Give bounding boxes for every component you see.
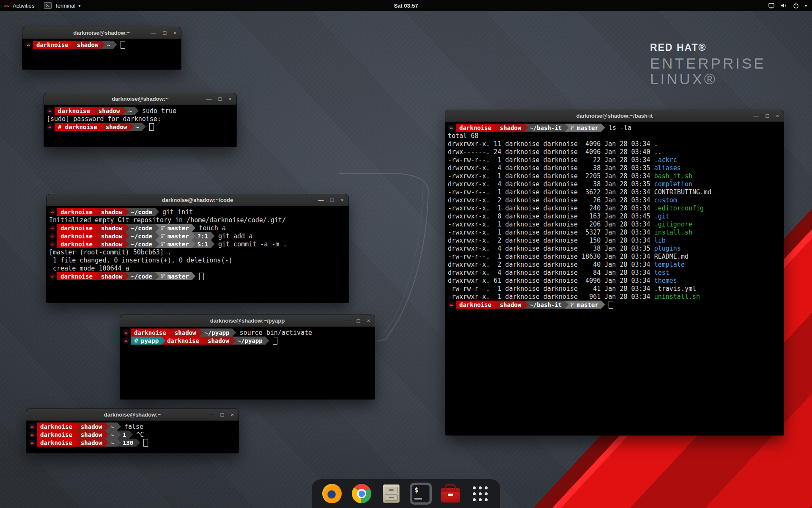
prompt-segment: darknoise [57, 240, 99, 248]
maximize-button[interactable]: □ [331, 197, 334, 203]
maximize-button[interactable]: □ [219, 96, 222, 102]
dock: $ [312, 479, 500, 508]
dock-item-terminal[interactable]: $ [410, 483, 432, 505]
terminal-line: drwxrwxr-x. 4 darknoise darknoise 84 Jan… [448, 268, 781, 276]
output-text: create mode 100644 a [49, 265, 129, 272]
terminal-line: drwxrwxr-x. 8 darknoise darknoise 163 Ja… [448, 212, 781, 220]
output-text: -rwxrwxr-x. 1 darknoise darknoise 5327 J… [448, 229, 654, 236]
terminal-window-home-1[interactable]: darknoise@shadow:~ — □ × darknoiseshadow… [22, 27, 181, 69]
terminal-line: darknoiseshadow~/bash-itmaster [448, 301, 781, 309]
terminal-window-home-2[interactable]: darknoise@shadow:~ — □ × darknoiseshadow… [26, 409, 239, 453]
terminal-content[interactable]: darknoiseshadow~/bash-itmasterls -latota… [445, 122, 784, 310]
terminal-window-code[interactable]: darknoise@shadow:~/code — □ × darknoises… [47, 194, 348, 303]
redhat-branding: RED HAT® ENTERPRISE LINUX® [650, 42, 766, 87]
close-button[interactable]: × [173, 30, 176, 36]
output-text: .git [654, 213, 669, 220]
system-status-area[interactable]: ▾ [768, 0, 812, 11]
output-text: drwxrwxr-x. 4 darknoise darknoise 84 Jan… [448, 269, 654, 276]
output-text: .ackrc [654, 156, 677, 164]
minimize-button[interactable]: — [754, 113, 759, 119]
output-text: drwxrwxr-x. 2 darknoise darknoise 26 Jan… [448, 196, 654, 204]
prompt-segment: shadow [494, 301, 528, 309]
terminal-window-bash-it[interactable]: darknoise@shadow:~/bash-it — □ × darknoi… [445, 110, 784, 435]
terminal-line: darknoiseshadow~/codemasterS:1git commit… [49, 240, 346, 248]
close-button[interactable]: × [230, 412, 234, 417]
terminal-icon: $ [412, 485, 430, 502]
maximize-button[interactable]: □ [766, 113, 769, 119]
prompt-segment: shadow [96, 240, 129, 248]
prompt-segment: darknoise [55, 107, 97, 115]
dock-item-show-apps[interactable] [469, 483, 491, 505]
maximize-button[interactable]: □ [163, 30, 167, 36]
terminal-line: -rw-rw-r--. 1 darknoise darknoise 3622 J… [448, 188, 781, 196]
prompt-segment: darknoise [57, 208, 99, 216]
prompt-segment: master [565, 124, 605, 132]
terminal-content[interactable]: darknoiseshadow~/codegit initInitialized… [47, 206, 348, 282]
activities-label: Activities [13, 3, 34, 9]
terminal-window-sudo[interactable]: darknoise@shadow:~ — □ × darknoiseshadow… [44, 93, 236, 147]
command-text: ls -la [609, 124, 631, 132]
terminal-content[interactable]: darknoiseshadow~sudo true[sudo] password… [44, 105, 236, 133]
brand-linux: LINUX® [650, 71, 766, 87]
output-text: .gitignore [654, 221, 692, 228]
app-menu-terminal[interactable]: Terminal ▾ [38, 0, 85, 11]
titlebar[interactable]: darknoise@shadow:~/bash-it — □ × [445, 110, 784, 122]
close-button[interactable]: × [340, 197, 344, 203]
terminal-line: darknoiseshadow~false [29, 422, 236, 431]
terminal-content[interactable]: darknoiseshadow~/pyappsource bin/activat… [120, 327, 375, 346]
terminal-line: -rw-rw-r--. 1 darknoise darknoise 41 Jan… [448, 284, 781, 293]
git-branch-icon [161, 234, 165, 238]
terminal-content[interactable]: darknoiseshadow~falsedarknoiseshadow~1^C… [26, 421, 239, 448]
prompt-segment: darknoise [37, 439, 79, 447]
terminal-line: -rwxrwxr-x. 1 darknoise darknoise 2205 J… [448, 172, 781, 180]
titlebar[interactable]: darknoise@shadow:~ — □ × [26, 409, 239, 421]
output-text: [master (root-commit) 50bcb63] . [49, 248, 171, 256]
close-button[interactable]: × [367, 318, 370, 323]
output-text: drwxrwxr-x. 4 darknoise darknoise 38 Jan… [448, 245, 654, 252]
clock[interactable]: Sat 03:57 [394, 3, 418, 9]
output-text: custom [654, 196, 677, 204]
output-text: completion [654, 180, 692, 188]
terminal-line: 1 file changed, 0 insertions(+), 0 delet… [49, 256, 346, 264]
minimize-button[interactable]: — [318, 197, 324, 203]
power-icon [793, 2, 799, 9]
minimize-button[interactable]: — [151, 30, 156, 36]
git-branch-icon [161, 242, 165, 246]
terminal-content[interactable]: darknoiseshadow~ [22, 39, 181, 50]
dock-item-toolbox[interactable] [439, 483, 461, 505]
redhat-icon [29, 439, 36, 446]
minimize-button[interactable]: — [208, 412, 214, 417]
redhat-logo-icon [3, 3, 10, 9]
maximize-button[interactable]: □ [357, 318, 360, 323]
titlebar[interactable]: darknoise@shadow:~ — □ × [44, 93, 236, 105]
titlebar[interactable]: darknoise@shadow:~/code — □ × [47, 194, 348, 206]
dock-item-chrome[interactable] [351, 483, 373, 505]
output-text: test [654, 269, 669, 276]
prompt-segment: ~/code [125, 224, 159, 232]
titlebar[interactable]: darknoise@shadow:~ — □ × [22, 27, 181, 39]
prompt-segment: ~/pyapp [199, 329, 236, 337]
terminal-window-pyapp[interactable]: darknoise@shadow:~/pyapp — □ × darknoise… [120, 315, 375, 399]
toolbox-icon [441, 488, 460, 502]
maximize-button[interactable]: □ [221, 412, 224, 417]
volume-icon [780, 2, 787, 9]
command-text: git init [162, 208, 193, 216]
prompt-segment: darknoise [37, 431, 79, 439]
output-text: .. [654, 148, 662, 156]
close-button[interactable]: × [776, 113, 779, 119]
brand-enterprise: ENTERPRISE [650, 55, 766, 71]
activities-button[interactable]: Activities [0, 0, 38, 11]
output-text: . [654, 140, 658, 148]
dock-item-firefox[interactable] [321, 483, 343, 505]
minimize-button[interactable]: — [345, 318, 350, 323]
dock-item-files[interactable] [380, 483, 402, 505]
titlebar[interactable]: darknoise@shadow:~/pyapp — □ × [120, 315, 375, 327]
window-title: darknoise@shadow:~/pyapp [210, 318, 285, 324]
minimize-button[interactable]: — [206, 96, 212, 102]
output-text: plugins [654, 245, 681, 252]
terminal-line: drwx------. 24 darknoise darknoise 4096 … [448, 148, 781, 156]
close-button[interactable]: × [228, 96, 232, 102]
terminal-cursor [273, 337, 277, 345]
prompt-segment: darknoise [37, 422, 79, 431]
prompt-segment: shadow [93, 107, 127, 115]
